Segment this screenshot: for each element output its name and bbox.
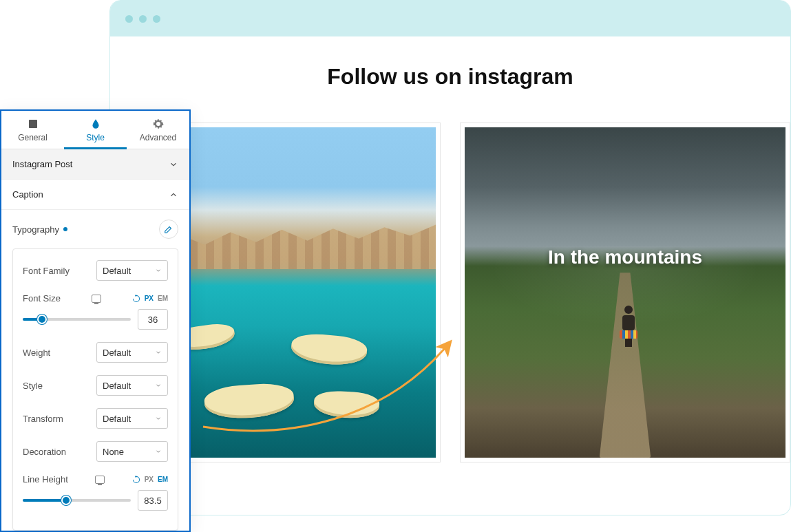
font-size-input[interactable]: 36: [138, 309, 168, 330]
unit-px[interactable]: PX: [145, 476, 154, 483]
style-select[interactable]: Default: [96, 375, 168, 396]
instagram-image-mountain: In the mountains: [465, 127, 785, 458]
font-family-select[interactable]: Default: [96, 260, 168, 281]
modified-dot-icon: [63, 227, 67, 231]
gear-icon: [152, 118, 165, 130]
input-value: 36: [148, 315, 158, 325]
traffic-light-minimize[interactable]: [139, 15, 147, 23]
typography-label: Typography: [12, 224, 59, 235]
unit-em[interactable]: EM: [158, 476, 168, 483]
inspector-panel: General Style Advanced Instagram Post Ca…: [0, 109, 191, 532]
tab-label: Advanced: [140, 133, 176, 142]
layout-icon: [27, 118, 39, 130]
chevron-down-icon: [155, 349, 162, 356]
font-size-slider[interactable]: [23, 318, 131, 321]
chevron-down-icon: [155, 415, 162, 422]
tab-style[interactable]: Style: [64, 111, 127, 149]
chevron-down-icon: [155, 382, 162, 389]
font-family-label: Font Family: [23, 266, 91, 276]
droplet-icon: [89, 118, 102, 130]
section-caption[interactable]: Caption: [1, 180, 189, 210]
tab-label: General: [18, 133, 48, 142]
chevron-down-icon: [155, 448, 162, 455]
reset-icon[interactable]: [132, 295, 140, 303]
transform-select[interactable]: Default: [96, 408, 168, 429]
chevron-down-icon: [169, 160, 178, 169]
unit-em[interactable]: EM: [158, 295, 168, 302]
input-value: 83.5: [144, 496, 161, 506]
instagram-caption: In the mountains: [548, 246, 702, 268]
browser-window: Follow us on instagram In the mountains: [109, 0, 791, 515]
select-value: Default: [103, 266, 131, 276]
section-label: Instagram Post: [12, 159, 72, 169]
pencil-icon: [164, 224, 173, 234]
decoration-label: Decoration: [23, 447, 91, 457]
svg-rect-0: [29, 120, 37, 128]
decoration-select[interactable]: None: [96, 441, 168, 462]
browser-chrome: [110, 1, 790, 36]
desktop-icon[interactable]: [92, 295, 101, 303]
line-height-slider[interactable]: [23, 499, 131, 502]
typography-settings: Font Family Default Font Size PX EM: [12, 248, 178, 531]
select-value: Default: [103, 348, 131, 358]
instagram-post-card[interactable]: In the mountains: [460, 123, 790, 462]
chevron-down-icon: [155, 267, 162, 274]
tab-label: Style: [86, 133, 105, 142]
style-label: Style: [23, 381, 91, 391]
page-title: Follow us on instagram: [110, 64, 790, 89]
reset-icon[interactable]: [132, 476, 140, 484]
instagram-gallery: In the mountains: [110, 89, 790, 462]
font-size-label: Font Size: [23, 293, 61, 304]
traffic-light-zoom[interactable]: [153, 15, 160, 23]
weight-select[interactable]: Default: [96, 342, 168, 363]
line-height-input[interactable]: 83.5: [138, 490, 168, 511]
transform-label: Transform: [23, 414, 91, 424]
section-instagram-post[interactable]: Instagram Post: [1, 149, 189, 180]
edit-button[interactable]: [159, 220, 178, 239]
traffic-light-close[interactable]: [125, 15, 133, 23]
desktop-icon[interactable]: [95, 476, 105, 484]
select-value: Default: [103, 414, 131, 424]
weight-label: Weight: [23, 348, 91, 358]
line-height-label: Line Height: [23, 474, 68, 485]
section-label: Caption: [12, 189, 43, 200]
tab-general[interactable]: General: [1, 111, 64, 149]
tab-advanced[interactable]: Advanced: [127, 111, 189, 149]
chevron-up-icon: [169, 190, 178, 200]
unit-px[interactable]: PX: [145, 295, 154, 302]
select-value: Default: [103, 381, 131, 391]
select-value: None: [103, 447, 124, 457]
